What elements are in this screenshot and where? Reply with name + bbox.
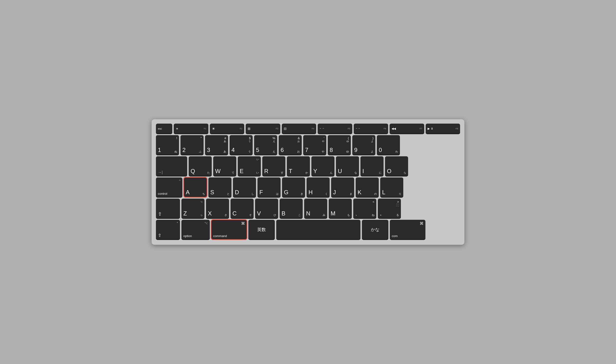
key-g[interactable]: G き: [282, 177, 305, 197]
key-b-main: B: [281, 210, 285, 217]
key-fn-bottom[interactable]: ● ⇧: [156, 220, 180, 239]
key-v-kana: ひ: [274, 213, 276, 217]
key-4-kana: う: [248, 150, 251, 153]
key-h-main: H: [308, 189, 313, 196]
key-command-left[interactable]: ⌘ command: [211, 220, 247, 239]
key-d-main: D: [235, 189, 239, 196]
key-8-kana: ゆ: [346, 150, 349, 153]
key-k[interactable]: K の: [356, 177, 379, 197]
key-i[interactable]: I に: [361, 156, 384, 176]
key-d[interactable]: D し: [233, 177, 256, 197]
key-eisu[interactable]: 英数: [248, 220, 275, 239]
key-8[interactable]: ( ゆ 8 ゆ: [328, 135, 351, 155]
key-5-kana: え: [273, 150, 275, 153]
key-f5[interactable]: ⠒ ⠒ F5: [318, 124, 352, 134]
key-b[interactable]: B こ: [280, 199, 303, 218]
key-6-kana: お: [297, 150, 300, 153]
key-0-kana: わ: [395, 150, 398, 153]
qwerty-row: →| Q た W て い E い: [156, 156, 460, 176]
key-9-kana-top: よ: [371, 140, 374, 143]
key-c[interactable]: C そ: [230, 199, 254, 218]
key-q[interactable]: Q た: [189, 156, 212, 176]
opt-sym: ⌥: [204, 221, 208, 225]
key-l[interactable]: L り: [380, 177, 403, 197]
key-command-right[interactable]: ⌘ com: [390, 220, 425, 239]
key-7-sym: ': [324, 137, 324, 140]
key-f1[interactable]: ☀ F1: [174, 124, 208, 134]
key-7[interactable]: ' や 7 や: [303, 135, 326, 155]
key-c-main: C: [232, 210, 237, 217]
key-f3[interactable]: ⊞ F3: [246, 124, 280, 134]
key-n-main: N: [306, 210, 310, 217]
f4-icon: ⊟: [284, 127, 287, 130]
key-d-kana: し: [252, 192, 254, 196]
key-t[interactable]: T か: [287, 156, 310, 176]
key-period-main: 。: [380, 210, 385, 217]
key-r[interactable]: R す: [262, 156, 285, 176]
key-j[interactable]: J ま: [331, 177, 354, 197]
key-y[interactable]: Y ん: [311, 156, 335, 176]
key-3-kana: あ: [224, 150, 226, 153]
f8-icon: ▶ ⏸: [428, 127, 433, 130]
key-2[interactable]: " 2 ふ: [180, 135, 203, 155]
key-space[interactable]: [276, 220, 361, 239]
key-4[interactable]: $ う 4 う: [229, 135, 253, 155]
key-7-kana: や: [322, 150, 324, 153]
key-h[interactable]: H く: [307, 177, 330, 197]
key-control[interactable]: ^ control: [156, 177, 182, 197]
key-9[interactable]: ) よ 9 よ: [352, 135, 375, 155]
key-3[interactable]: # あ 3 あ: [205, 135, 228, 155]
key-u[interactable]: U な: [336, 156, 359, 176]
key-0[interactable]: 0 わ: [377, 135, 400, 155]
key-l-main: L: [382, 189, 385, 196]
key-6[interactable]: & お 6 お: [279, 135, 302, 155]
key-a[interactable]: A ち: [184, 177, 207, 197]
key-a-main: A: [186, 189, 190, 196]
key-1-sym: !: [176, 137, 177, 140]
key-f[interactable]: F は: [257, 177, 281, 197]
key-5-sym: %: [272, 137, 275, 140]
key-o[interactable]: O ら: [385, 156, 408, 176]
key-z[interactable]: っ Z っ: [181, 199, 204, 218]
fn-row: esc ☀ F1 ☀ F2 ⊞ F3 ⊟ F4 ⠒ ⠒ F5 ⠒ ⠒ F6 ◀◀…: [156, 124, 460, 134]
key-5[interactable]: % え 5 え: [254, 135, 277, 155]
key-n[interactable]: N み: [304, 199, 327, 218]
f3-label: F3: [276, 127, 278, 130]
f5-label: F5: [348, 127, 350, 130]
key-shift-left[interactable]: ⇧: [156, 199, 180, 218]
key-m[interactable]: M も: [329, 199, 352, 218]
key-e[interactable]: い E い: [238, 156, 261, 176]
key-w[interactable]: W て: [213, 156, 236, 176]
key-kana[interactable]: かな: [362, 220, 388, 239]
key-comma[interactable]: < 、 ね: [353, 199, 376, 218]
key-comma-main: 、: [355, 210, 360, 217]
key-f4[interactable]: ⊟ F4: [282, 124, 316, 134]
f2-label: F2: [240, 127, 242, 130]
key-x[interactable]: X さ: [206, 199, 229, 218]
key-i-kana: に: [379, 171, 382, 175]
key-f6[interactable]: ⠒ ⠒ F6: [354, 124, 388, 134]
key-f8[interactable]: ▶ ⏸ F8: [426, 124, 460, 134]
key-t-main: T: [289, 168, 292, 175]
key-z-kana: っ: [200, 213, 203, 217]
key-1[interactable]: ! 1 ぬ: [156, 135, 179, 155]
key-5-kana-top: え: [273, 140, 275, 143]
key-f2[interactable]: ☀ F2: [210, 124, 244, 134]
key-option-left[interactable]: ⌥ option: [181, 220, 210, 239]
key-f7[interactable]: ◀◀ F7: [389, 124, 424, 134]
key-esc[interactable]: esc: [156, 124, 172, 134]
key-j-kana: ま: [350, 192, 352, 196]
key-q-main: Q: [191, 168, 195, 175]
key-s[interactable]: S と: [208, 177, 231, 197]
key-8-sym: (: [348, 137, 349, 140]
key-0-main: 0: [379, 147, 382, 153]
f1-icon: ☀: [176, 127, 179, 130]
key-r-kana: す: [281, 171, 283, 175]
f6-label: F6: [384, 127, 386, 130]
key-3-sym: #: [225, 137, 226, 140]
key-v[interactable]: V ひ: [255, 199, 278, 218]
key-tab[interactable]: →|: [156, 156, 187, 176]
key-period[interactable]: > < 。 る: [378, 199, 401, 218]
keyboard: esc ☀ F1 ☀ F2 ⊞ F3 ⊟ F4 ⠒ ⠒ F5 ⠒ ⠒ F6 ◀◀…: [152, 119, 464, 245]
key-f-kana: は: [276, 192, 279, 196]
